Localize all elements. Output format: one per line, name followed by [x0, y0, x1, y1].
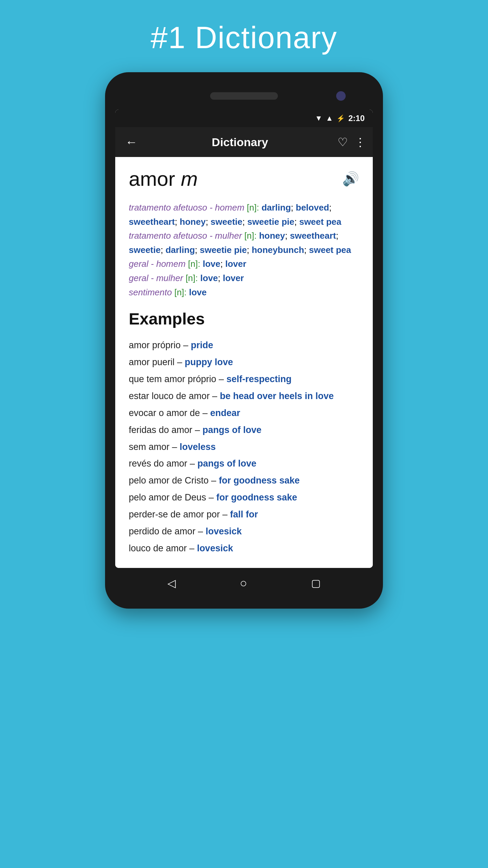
example-5: evocar o amor de – endear — [129, 406, 359, 421]
def-trans-2f: honeybunch — [252, 245, 304, 255]
def-sep: ; — [218, 273, 223, 283]
def-trans-2e: sweetie pie — [200, 245, 247, 255]
example-pt-6: feridas do amor – — [129, 425, 203, 435]
example-pt-7: sem amor – — [129, 442, 180, 452]
def-pos-3: [n]: — [188, 259, 203, 269]
example-en-8[interactable]: pangs of love — [198, 458, 257, 469]
example-2: amor pueril – puppy love — [129, 355, 359, 370]
example-en-12[interactable]: lovesick — [206, 526, 242, 536]
def-sep: ; — [220, 259, 225, 269]
definitions-list: tratamento afetuoso - homem [n]: darling… — [129, 201, 359, 299]
def-trans-5a: love — [189, 287, 207, 297]
def-sep: ; — [161, 245, 165, 255]
nav-home-button[interactable] — [240, 576, 247, 590]
example-pt-11: perder-se de amor por – — [129, 509, 230, 519]
example-en-3[interactable]: self-respecting — [226, 374, 291, 384]
def-sep: ; — [206, 217, 210, 227]
example-en-13[interactable]: lovesick — [197, 543, 233, 553]
def-trans-1c: sweetheart — [129, 217, 175, 227]
phone-top-bar — [115, 82, 373, 110]
example-10: pelo amor de Deus – for goodness sake — [129, 490, 359, 506]
example-pt-1: amor próprio – — [129, 340, 191, 350]
examples-section: Examples amor próprio – pride amor pueri… — [129, 310, 359, 556]
example-11: perder-se de amor por – fall for — [129, 507, 359, 522]
back-button[interactable]: ← — [122, 132, 142, 153]
toolbar: ← Dictionary ♡ ⋮ — [115, 127, 373, 157]
example-pt-10: pelo amor de Deus – — [129, 492, 216, 502]
def-item-4: geral - mulher [n]: love; lover — [129, 271, 359, 285]
example-en-4[interactable]: be head over heels in love — [220, 391, 334, 401]
def-sep: ; — [291, 202, 296, 213]
phone-camera — [336, 91, 346, 101]
example-en-5[interactable]: endear — [210, 408, 240, 418]
def-trans-3a: love — [203, 259, 220, 269]
example-pt-12: perdido de amor – — [129, 526, 206, 536]
word-gender: m — [181, 167, 198, 190]
example-pt-3: que tem amor próprio – — [129, 374, 226, 384]
example-pt-9: pelo amor de Cristo – — [129, 475, 219, 486]
phone-nav-bar — [115, 568, 373, 598]
def-sep: ; — [195, 245, 200, 255]
examples-title: Examples — [129, 310, 359, 328]
def-trans-1: darling — [262, 202, 291, 213]
def-category-1: tratamento afetuoso - homem — [129, 202, 247, 213]
example-4: estar louco de amor – be head over heels… — [129, 389, 359, 404]
status-time: 2:10 — [348, 114, 365, 123]
example-8: revés do amor – pangs of love — [129, 456, 359, 472]
def-trans-2g: sweet pea — [309, 245, 351, 255]
def-category-2: tratamento afetuoso - mulher — [129, 231, 244, 241]
def-sep: ; — [242, 217, 247, 227]
app-headline: #1 Dictionary — [150, 20, 337, 55]
signal-icon: ▲ — [326, 114, 333, 123]
phone-speaker — [210, 92, 278, 100]
def-trans-2b: sweetheart — [290, 231, 336, 241]
example-1: amor próprio – pride — [129, 338, 359, 353]
example-12: perdido de amor – lovesick — [129, 524, 359, 539]
toolbar-actions: ♡ ⋮ — [338, 135, 366, 149]
phone-screen: ▼ ▲ ⚡ 2:10 ← Dictionary ♡ ⋮ amor m — [115, 110, 373, 568]
def-pos-1: [n]: — [247, 202, 261, 213]
example-en-10[interactable]: for goodness sake — [216, 492, 297, 502]
example-en-6[interactable]: pangs of love — [203, 425, 262, 435]
nav-recent-button[interactable] — [311, 577, 321, 589]
phone-device: ▼ ▲ ⚡ 2:10 ← Dictionary ♡ ⋮ amor m — [105, 72, 383, 609]
def-trans-1g: sweet pea — [299, 217, 341, 227]
def-trans-3b: lover — [225, 259, 246, 269]
def-item-5: sentimento [n]: love — [129, 285, 359, 300]
nav-back-button[interactable] — [167, 577, 176, 590]
example-en-9[interactable]: for goodness sake — [219, 475, 300, 486]
def-pos-5: [n]: — [174, 287, 189, 297]
example-pt-5: evocar o amor de – — [129, 408, 210, 418]
battery-icon: ⚡ — [337, 114, 345, 122]
favorite-button[interactable]: ♡ — [338, 135, 348, 149]
sound-button[interactable]: 🔊 — [342, 171, 359, 187]
def-trans-2a: honey — [259, 231, 285, 241]
def-trans-1d: honey — [180, 217, 206, 227]
status-bar: ▼ ▲ ⚡ 2:10 — [115, 110, 373, 127]
def-pos-4: [n]: — [186, 273, 200, 283]
example-en-7[interactable]: loveless — [180, 442, 216, 452]
more-options-button[interactable]: ⋮ — [354, 135, 366, 149]
def-trans-2d: darling — [165, 245, 195, 255]
def-sep: ; — [247, 245, 251, 255]
example-7: sem amor – loveless — [129, 439, 359, 455]
dictionary-content: amor m 🔊 tratamento afetuoso - homem [n]… — [115, 157, 373, 568]
example-pt-2: amor pueril – — [129, 357, 185, 367]
example-en-2[interactable]: puppy love — [185, 357, 233, 367]
def-sep: ; — [285, 231, 290, 241]
example-6: feridas do amor – pangs of love — [129, 422, 359, 438]
def-category-4: geral - mulher — [129, 273, 186, 283]
def-trans-1b: beloved — [296, 202, 329, 213]
example-en-1[interactable]: pride — [191, 340, 213, 350]
toolbar-title: Dictionary — [142, 136, 338, 149]
def-item-2: tratamento afetuoso - mulher [n]: honey;… — [129, 229, 359, 257]
def-item-3: geral - homem [n]: love; lover — [129, 257, 359, 271]
status-icons: ▼ ▲ ⚡ 2:10 — [315, 114, 365, 123]
word-title: amor m — [129, 167, 198, 191]
example-en-11[interactable]: fall for — [230, 509, 258, 519]
example-9: pelo amor de Cristo – for goodness sake — [129, 473, 359, 489]
def-trans-2c: sweetie — [129, 245, 161, 255]
example-pt-13: louco de amor – — [129, 543, 197, 553]
def-sep: ; — [175, 217, 180, 227]
word-header: amor m 🔊 — [129, 167, 359, 191]
